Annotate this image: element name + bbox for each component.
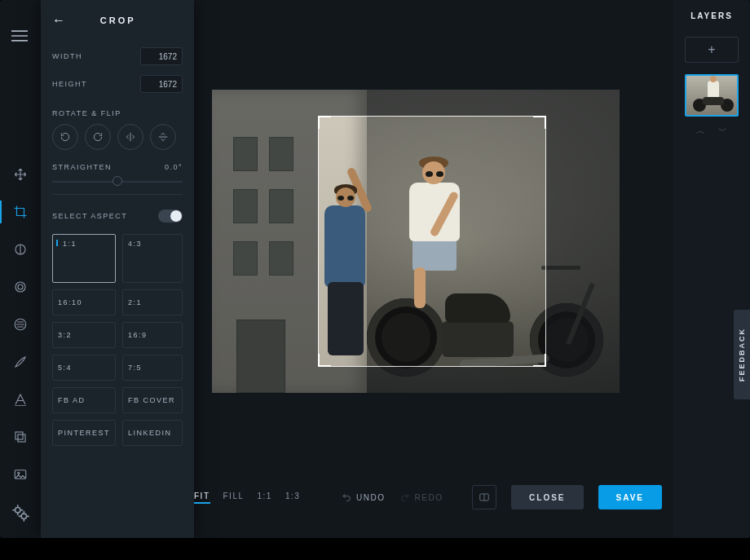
aspect-grid: 1:1 4:3 16:10 2:1 3:2 16:9 5:4 7:5 FB AD… [41, 229, 194, 457]
crop-handle-bl[interactable] [318, 354, 331, 367]
settings-button[interactable] [10, 502, 31, 523]
layer-down-icon[interactable]: ﹀ [718, 125, 727, 137]
layers-panel: LAYERS + ︿ ﹀ [673, 0, 750, 538]
tool-text[interactable] [9, 388, 32, 411]
svg-point-9 [21, 514, 27, 519]
crop-dim [318, 367, 546, 393]
aspect-fb-ad[interactable]: FB AD [52, 387, 116, 413]
crop-dim [318, 90, 546, 116]
flip-vertical-button[interactable] [150, 124, 176, 150]
tool-brush[interactable] [9, 351, 32, 373]
redo-button[interactable]: REDO [400, 492, 443, 502]
crop-dim [546, 90, 620, 393]
straighten-label: STRAIGHTEN [52, 163, 112, 171]
zoom-1-1[interactable]: 1:1 [258, 492, 272, 504]
aspect-7-5[interactable]: 7:5 [122, 355, 183, 381]
svg-point-7 [18, 472, 20, 474]
save-button[interactable]: SAVE [598, 485, 663, 509]
svg-point-1 [18, 284, 23, 289]
aspect-pinterest[interactable]: PINTEREST [52, 420, 116, 446]
undo-button[interactable]: UNDO [342, 492, 385, 502]
aspect-4-3[interactable]: 4:3 [122, 234, 183, 283]
zoom-options: FIT FILL 1:1 1:3 [194, 492, 300, 504]
crop-frame[interactable] [318, 116, 546, 367]
height-label: HEIGHT [52, 80, 87, 88]
aspect-16-9[interactable]: 16:9 [122, 322, 183, 348]
tool-crop[interactable] [0, 201, 41, 223]
aspect-fb-cover[interactable]: FB COVER [122, 387, 183, 413]
zoom-fill[interactable]: FILL [223, 492, 245, 504]
aspect-linkedin[interactable]: LINKEDIN [122, 420, 183, 446]
tool-layers[interactable] [9, 426, 32, 448]
crop-handle-tr[interactable] [533, 116, 546, 129]
layers-title: LAYERS [690, 11, 733, 20]
svg-point-2 [15, 282, 25, 292]
aspect-1-1[interactable]: 1:1 [52, 234, 116, 283]
crop-handle-br[interactable] [533, 354, 546, 367]
width-input[interactable] [140, 47, 183, 65]
rotate-section-label: ROTATE & FLIP [41, 98, 194, 124]
crop-dim [212, 90, 318, 393]
panel-title: CROP [67, 15, 170, 25]
compare-button[interactable] [472, 485, 496, 509]
svg-rect-4 [15, 432, 23, 439]
rotate-cw-button[interactable] [85, 124, 111, 150]
tool-filter[interactable] [9, 276, 32, 298]
aspect-2-1[interactable]: 2:1 [122, 289, 183, 315]
crop-panel: ← CROP WIDTH HEIGHT ROTATE & FLIP STRAIG… [41, 0, 194, 538]
zoom-fit[interactable]: FIT [194, 492, 210, 504]
tool-move[interactable] [9, 163, 32, 186]
svg-point-8 [15, 508, 21, 514]
tool-rail [0, 0, 41, 538]
aspect-3-2[interactable]: 3:2 [52, 322, 116, 348]
tool-image[interactable] [9, 463, 32, 486]
height-input[interactable] [140, 75, 183, 93]
aspect-16-10[interactable]: 16:10 [52, 289, 116, 315]
zoom-1-3[interactable]: 1:3 [285, 492, 300, 504]
layer-thumb-1[interactable] [685, 74, 739, 117]
close-button[interactable]: CLOSE [511, 485, 583, 509]
straighten-slider[interactable] [41, 174, 194, 189]
aspect-5-4[interactable]: 5:4 [52, 355, 116, 381]
width-label: WIDTH [52, 52, 82, 60]
feedback-tab[interactable]: FEEDBACK [734, 310, 750, 399]
straighten-value: 0.0° [165, 163, 183, 171]
svg-rect-5 [18, 434, 25, 442]
aspect-lock-toggle[interactable] [158, 209, 183, 223]
crop-handle-tl[interactable] [318, 116, 331, 129]
flip-horizontal-button[interactable] [117, 124, 143, 150]
tool-exposure[interactable] [9, 238, 32, 261]
bottom-bar: FIT FILL 1:1 1:3 UNDO REDO CLOSE SAVE [194, 483, 662, 512]
canvas[interactable] [212, 90, 620, 393]
app-root: ← CROP WIDTH HEIGHT ROTATE & FLIP STRAIG… [0, 0, 750, 538]
layer-up-icon[interactable]: ︿ [696, 125, 705, 137]
select-aspect-label: SELECT ASPECT [52, 212, 127, 220]
divider [52, 194, 183, 195]
add-layer-button[interactable]: + [685, 37, 739, 63]
back-arrow-icon[interactable]: ← [52, 14, 67, 27]
rotate-ccw-button[interactable] [52, 124, 78, 150]
tool-halftone[interactable] [9, 313, 32, 336]
